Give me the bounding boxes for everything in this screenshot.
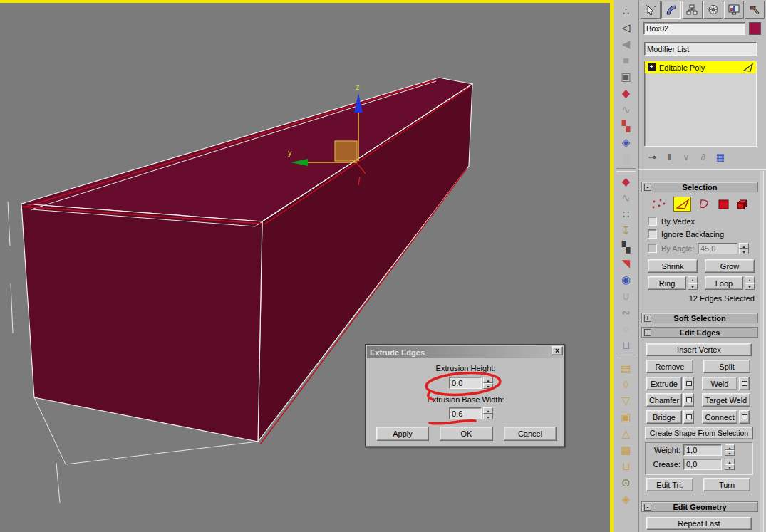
connect-settings-button[interactable]: [739, 410, 750, 424]
object-name-field[interactable]: Box02: [643, 22, 745, 35]
crease-field[interactable]: 0,0: [683, 459, 722, 470]
show-end-result-icon[interactable]: ‖: [661, 150, 678, 164]
poly-cup-icon[interactable]: ⊔: [616, 458, 637, 474]
expand-icon[interactable]: +: [644, 315, 651, 322]
object-color-swatch[interactable]: [749, 22, 761, 35]
tab-display[interactable]: [724, 1, 744, 19]
perspective-viewport[interactable]: z y: [0, 0, 614, 532]
tab-modify[interactable]: [661, 1, 681, 19]
loop-button[interactable]: Loop: [705, 276, 743, 290]
rollout-header-soft-selection[interactable]: + Soft Selection: [641, 313, 758, 323]
edge-mode-button[interactable]: [673, 197, 691, 212]
collapse-icon[interactable]: -: [644, 504, 651, 511]
extrude-button[interactable]: Extrude: [646, 377, 682, 390]
edit-tri-button[interactable]: Edit Tri.: [646, 478, 693, 491]
ring-button[interactable]: Ring: [648, 276, 686, 290]
spinner-down[interactable]: ▾: [739, 249, 749, 254]
spinner-up[interactable]: ▴: [688, 276, 698, 283]
element-mode-button[interactable]: [733, 197, 751, 212]
by-vertex-checkbox[interactable]: [648, 217, 657, 226]
gray-spline-icon[interactable]: ∿: [616, 189, 637, 206]
remove-button[interactable]: Remove: [646, 360, 693, 373]
polygon-mode-button[interactable]: [715, 197, 733, 212]
poly-inset-icon[interactable]: ▣: [616, 409, 637, 425]
insert-vertex-button[interactable]: Insert Vertex: [646, 343, 752, 356]
rollout-scrollbar[interactable]: [760, 171, 764, 532]
red-layers-icon[interactable]: ◆: [616, 173, 637, 189]
spinner-up[interactable]: ▴: [483, 407, 493, 414]
magnet-icon[interactable]: ◌: [616, 320, 637, 337]
spinner-up[interactable]: ▴: [739, 243, 749, 249]
make-unique-icon[interactable]: ∨: [678, 150, 695, 164]
spinner-down[interactable]: ▾: [483, 383, 493, 390]
spinner-down[interactable]: ▾: [688, 283, 698, 291]
star-diamond-icon[interactable]: ◈: [616, 134, 637, 150]
sel-edge-icon[interactable]: ◁: [616, 19, 637, 36]
rollout-header-edit-edges[interactable]: - Edit Edges: [641, 327, 758, 338]
sel-element-icon[interactable]: ▣: [616, 68, 637, 85]
bucket-icon[interactable]: ⊔: [616, 337, 637, 353]
vertex-mode-icon[interactable]: [651, 198, 668, 211]
weld-settings-button[interactable]: [739, 377, 750, 390]
weld-button[interactable]: Weld: [702, 377, 737, 390]
by-angle-field[interactable]: 45,0: [698, 243, 737, 254]
split-button[interactable]: Split: [703, 360, 750, 373]
spinner-up[interactable]: ▴: [483, 377, 493, 383]
poly-bevel-icon[interactable]: ◊: [616, 376, 637, 392]
spline-tool-icon[interactable]: ∿: [616, 101, 637, 118]
by-angle-checkbox[interactable]: [648, 244, 657, 253]
rollout-header-edit-geometry[interactable]: - Edit Geometry: [641, 501, 758, 512]
spinner-down[interactable]: ▾: [725, 464, 735, 470]
poly-diamonds-icon[interactable]: ◈: [616, 491, 637, 507]
flip-normal-icon[interactable]: ◥: [616, 255, 637, 271]
collapse-icon[interactable]: -: [644, 184, 651, 191]
spinner-down[interactable]: ▾: [745, 283, 755, 291]
chamfer-settings-button[interactable]: [683, 393, 694, 407]
spinner-up[interactable]: ▴: [725, 444, 735, 450]
rollout-header-selection[interactable]: - Selection: [641, 182, 758, 192]
poly-extrude-icon[interactable]: ▤: [616, 360, 637, 376]
configure-modifier-sets-icon[interactable]: ▦: [712, 150, 729, 164]
faded-tool-icon[interactable]: ∪: [616, 288, 637, 304]
chamfer-button[interactable]: Chamfer: [646, 393, 682, 407]
modifier-stack[interactable]: + Editable Poly: [644, 61, 757, 147]
sel-border-icon[interactable]: ◀: [616, 36, 637, 52]
bridge-settings-button[interactable]: [683, 410, 694, 424]
shrink-button[interactable]: Shrink: [648, 259, 698, 273]
modifier-list-dropdown[interactable]: Modifier List ▼: [644, 42, 757, 56]
spinner-up[interactable]: ▴: [745, 276, 755, 283]
poly-taper-icon[interactable]: ▽: [616, 392, 637, 409]
viewport-canvas[interactable]: z y: [0, 0, 610, 532]
tab-motion[interactable]: [703, 1, 723, 19]
material-checker-icon[interactable]: ▚: [616, 118, 637, 134]
grow-button[interactable]: Grow: [705, 259, 755, 273]
extrusion-base-width-field[interactable]: 0,6: [449, 407, 482, 419]
eye-icon[interactable]: ⊙: [616, 474, 637, 491]
tab-hierarchy[interactable]: [682, 1, 702, 19]
border-mode-button[interactable]: [695, 197, 713, 212]
sel-vertex-icon[interactable]: ∴: [616, 3, 637, 19]
repeat-last-button[interactable]: Repeat Last: [646, 517, 752, 530]
spinner-down[interactable]: ▾: [725, 450, 735, 456]
sphere-shield-icon[interactable]: ◉: [616, 271, 637, 288]
tab-create[interactable]: [641, 1, 661, 19]
checkerboard-icon[interactable]: ▚: [616, 239, 637, 255]
collapse-icon[interactable]: -: [644, 329, 651, 336]
ignore-backfacing-checkbox[interactable]: [648, 229, 657, 239]
weight-field[interactable]: 1,0: [683, 444, 722, 456]
red-stack-icon[interactable]: ◆: [616, 85, 637, 101]
apply-button[interactable]: Apply: [376, 427, 429, 441]
extrusion-height-field[interactable]: 0,0: [449, 377, 482, 389]
dialog-close-button[interactable]: ×: [552, 346, 563, 355]
connect-button[interactable]: Connect: [702, 410, 737, 424]
lasso-icon[interactable]: ∾: [616, 304, 637, 320]
cancel-button[interactable]: Cancel: [504, 427, 557, 441]
spinner-up[interactable]: ▴: [725, 459, 735, 464]
gizmo-plane-handle[interactable]: [335, 141, 357, 161]
poly-crumple-icon[interactable]: ▩: [616, 442, 637, 458]
extrude-settings-button[interactable]: [683, 377, 694, 390]
stack-row-editable-poly[interactable]: + Editable Poly: [645, 61, 756, 73]
flow-arrow-icon[interactable]: ↧: [616, 222, 637, 239]
sel-polygon-icon[interactable]: ■: [616, 52, 637, 68]
target-weld-button[interactable]: Target Weld: [702, 393, 750, 407]
